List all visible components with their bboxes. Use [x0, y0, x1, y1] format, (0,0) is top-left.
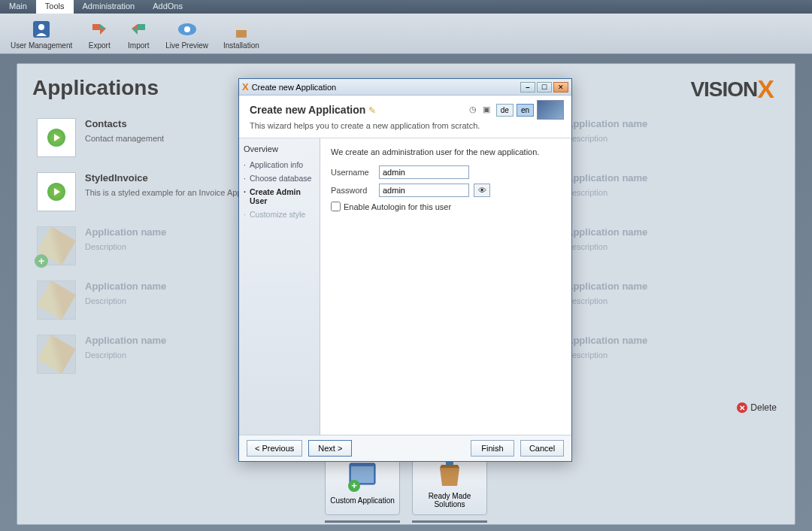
finish-button[interactable]: Finish — [471, 440, 514, 457]
toolbar-installation[interactable]: Installation — [216, 16, 267, 51]
app-desc: Description — [566, 188, 647, 197]
toolbar-label: Import — [128, 41, 149, 50]
nav-step-choose-database[interactable]: Choose database — [244, 171, 315, 185]
next-button[interactable]: Next > — [308, 440, 352, 457]
plus-icon: + — [35, 254, 48, 268]
maximize-button[interactable]: ☐ — [537, 82, 552, 93]
bottom-underline — [325, 520, 487, 523]
svg-text:+: + — [351, 480, 357, 491]
nav-overview-label: Overview — [244, 144, 315, 153]
password-label: Password — [331, 186, 374, 195]
dialog-body: Overview Application info Choose databas… — [239, 138, 571, 435]
users-icon — [29, 17, 53, 41]
app-title: StyledInvoice — [85, 172, 245, 184]
nav-step-app-info[interactable]: Application info — [244, 158, 315, 171]
app-thumb — [37, 281, 76, 320]
app-title: Application name — [566, 226, 647, 238]
delete-icon: ✕ — [737, 402, 747, 413]
toolbar-label: User Management — [11, 41, 72, 50]
preview-icon — [175, 17, 199, 41]
app-title: Application name — [566, 281, 647, 292]
minimize-button[interactable]: ‒ — [520, 82, 535, 93]
import-icon — [126, 17, 150, 41]
nav-step-customize-style[interactable]: Customize style — [244, 208, 315, 221]
autologin-label: Enable Autologin for this user — [344, 202, 451, 211]
big-btn-label: Ready Made Solutions — [417, 492, 482, 508]
app-title: Application name — [566, 335, 647, 346]
play-icon — [47, 183, 65, 201]
camera-icon[interactable]: ▣ — [483, 105, 493, 115]
username-input[interactable] — [379, 165, 469, 179]
dialog-subheading: This wizard helps you to create a new ap… — [250, 121, 561, 130]
app-title: Application name — [566, 172, 647, 184]
app-title: Application name — [85, 281, 166, 292]
app-title: Application name — [566, 118, 647, 129]
toolbar-label: Export — [89, 41, 111, 50]
dialog-header: Create new Application✎ This wizard help… — [239, 96, 571, 138]
svg-point-1 — [38, 24, 44, 30]
lang-de-button[interactable]: de — [496, 104, 514, 117]
installation-icon — [229, 17, 253, 41]
app-thumb — [37, 172, 76, 211]
toolbar-label: Live Preview — [165, 41, 208, 50]
custom-app-icon: + — [345, 459, 380, 493]
app-desc: Description — [566, 296, 647, 305]
lang-en-button[interactable]: en — [517, 104, 534, 117]
eye-icon: 👁 — [478, 186, 486, 195]
app-desc: Description — [566, 350, 647, 360]
dialog-window-title: Create new Application — [252, 83, 337, 92]
menu-tab-addons[interactable]: AddOns — [144, 0, 192, 14]
app-desc: Description — [85, 350, 166, 360]
app-thumb — [37, 118, 76, 157]
app-title: Application name — [85, 335, 166, 346]
big-btn-label: Custom Application — [330, 496, 395, 505]
app-title: Contacts — [85, 118, 164, 129]
previous-button[interactable]: < Previous — [247, 440, 302, 457]
app-title: Application name — [85, 226, 166, 238]
toolbar-live-preview[interactable]: Live Preview — [158, 16, 216, 51]
menu-tab-administration[interactable]: Administration — [74, 0, 144, 14]
app-desc: Description — [85, 296, 166, 305]
wizard-nav: Overview Application info Choose databas… — [239, 138, 320, 435]
username-label: Username — [331, 168, 374, 177]
svg-rect-4 — [236, 30, 247, 38]
app-desc: Contact management — [85, 134, 164, 143]
menu-tab-tools[interactable]: Tools — [36, 0, 74, 14]
app-desc: Description — [85, 242, 166, 251]
cancel-button[interactable]: Cancel — [520, 440, 564, 457]
brand-logo: VISIONX — [690, 74, 774, 104]
dialog-heading: Create new Application — [250, 104, 365, 116]
app-thumb: + — [37, 226, 76, 266]
app-desc: Description — [566, 134, 647, 143]
wizard-intro: We create an administration user for the… — [331, 147, 561, 156]
visionx-icon: X — [242, 81, 249, 93]
toolbar-import[interactable]: Import — [119, 16, 158, 51]
app-thumb — [37, 335, 76, 374]
menubar: Main Tools Administration AddOns — [0, 0, 812, 14]
dialog-footer: < Previous Next > Finish Cancel — [239, 435, 571, 461]
app-desc: Description — [566, 242, 647, 251]
clock-icon[interactable]: ◷ — [469, 105, 480, 115]
create-app-dialog: X Create new Application ‒ ☐ ✕ Create ne… — [238, 78, 572, 462]
nav-step-create-admin-user[interactable]: Create Admin User — [244, 185, 315, 208]
toolbar: User Management Export Import Live Previ… — [0, 14, 812, 54]
toolbar-export[interactable]: Export — [80, 16, 119, 51]
autologin-checkbox[interactable] — [331, 202, 341, 211]
wizard-content: We create an administration user for the… — [320, 138, 571, 435]
play-icon — [47, 129, 65, 147]
menu-tab-main[interactable]: Main — [0, 0, 36, 14]
password-input[interactable] — [379, 184, 469, 197]
dialog-titlebar[interactable]: X Create new Application ‒ ☐ ✕ — [239, 79, 571, 96]
close-button[interactable]: ✕ — [553, 82, 568, 93]
header-preview-thumb — [537, 100, 564, 120]
toggle-password-button[interactable]: 👁 — [474, 184, 490, 197]
toolbar-label: Installation — [223, 41, 259, 50]
toolbar-user-management[interactable]: User Management — [3, 16, 80, 51]
export-icon — [87, 17, 111, 41]
delete-label: Delete — [750, 402, 777, 413]
delete-button[interactable]: ✕ Delete — [737, 402, 777, 413]
app-desc: This is a styled example for an Invoice … — [85, 188, 245, 197]
svg-point-3 — [184, 26, 190, 32]
wand-icon: ✎ — [368, 105, 376, 116]
